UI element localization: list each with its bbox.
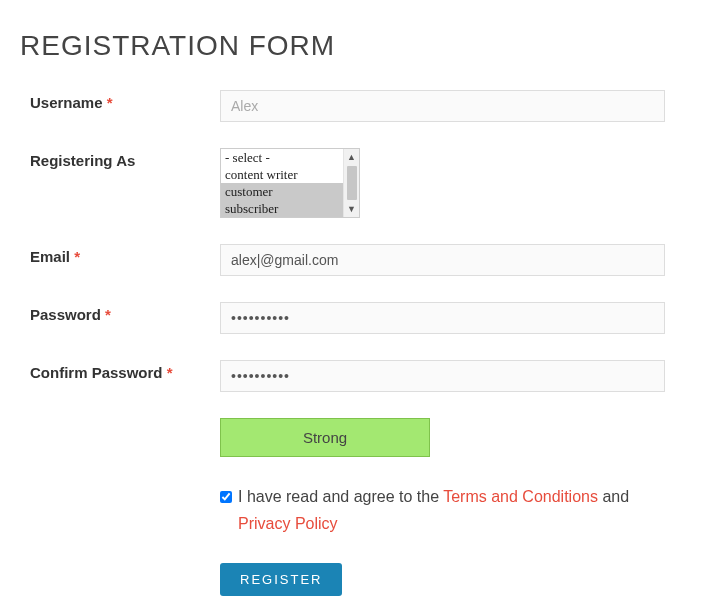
- page-title: REGISTRATION FORM: [20, 30, 695, 62]
- password-input[interactable]: [220, 302, 665, 334]
- required-marker: *: [167, 364, 173, 381]
- privacy-link[interactable]: Privacy Policy: [238, 515, 338, 532]
- email-input[interactable]: [220, 244, 665, 276]
- listbox-option[interactable]: subscriber: [221, 200, 343, 217]
- password-label: Password *: [20, 302, 220, 323]
- terms-checkbox[interactable]: [220, 491, 232, 503]
- email-label: Email *: [20, 244, 220, 265]
- required-marker: *: [74, 248, 80, 265]
- username-label: Username *: [20, 90, 220, 111]
- scroll-up-icon[interactable]: ▲: [344, 149, 359, 165]
- scroll-thumb[interactable]: [347, 166, 357, 200]
- confirm-password-input[interactable]: [220, 360, 665, 392]
- required-marker: *: [107, 94, 113, 111]
- listbox-scrollbar[interactable]: ▲ ▼: [343, 149, 359, 217]
- terms-link[interactable]: Terms and Conditions: [443, 488, 598, 505]
- registering-as-listbox[interactable]: - select - content writer customer subsc…: [220, 148, 360, 218]
- listbox-option[interactable]: customer: [221, 183, 343, 200]
- confirm-password-label: Confirm Password *: [20, 360, 220, 381]
- required-marker: *: [105, 306, 111, 323]
- scroll-down-icon[interactable]: ▼: [344, 201, 359, 217]
- terms-text: I have read and agree to the Terms and C…: [238, 483, 665, 537]
- password-strength-indicator: Strong: [220, 418, 430, 457]
- listbox-option[interactable]: content writer: [221, 166, 343, 183]
- registering-as-label: Registering As: [20, 148, 220, 169]
- register-button[interactable]: REGISTER: [220, 563, 342, 596]
- username-input[interactable]: [220, 90, 665, 122]
- listbox-option[interactable]: - select -: [221, 149, 343, 166]
